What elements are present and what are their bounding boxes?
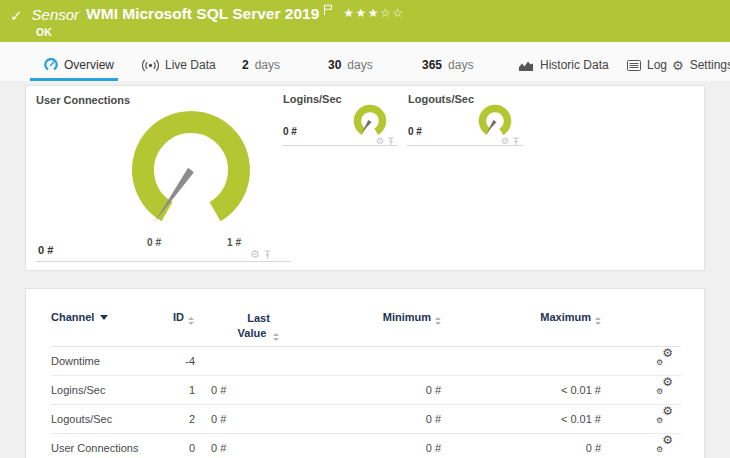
logouts-value: 0 # bbox=[408, 126, 422, 137]
pin-icon[interactable] bbox=[263, 250, 272, 260]
gauge-scale-max: 1 # bbox=[214, 237, 254, 248]
tab-365-days-label: days bbox=[448, 58, 473, 72]
gauge-title-logins: Logins/Sec bbox=[283, 93, 342, 105]
tab-live-data[interactable]: Live Data bbox=[142, 54, 216, 76]
tab-historic-data[interactable]: Historic Data bbox=[519, 54, 609, 76]
sort-icon bbox=[188, 317, 194, 325]
tab-log[interactable]: Log bbox=[627, 54, 667, 76]
sort-icon bbox=[595, 317, 601, 325]
divider bbox=[282, 145, 398, 146]
tab-30-days-number: 30 bbox=[328, 58, 341, 72]
gauge-actions: ⚙ bbox=[250, 249, 272, 260]
tab-365-days-number: 365 bbox=[422, 58, 442, 72]
gear-icon: ⚙ bbox=[672, 59, 684, 72]
channels-table: Channel ID Last Value Minimum Maximum Do… bbox=[26, 289, 706, 458]
area-chart-icon bbox=[519, 60, 534, 71]
column-header-id[interactable]: ID bbox=[156, 311, 211, 325]
log-list-icon bbox=[627, 60, 641, 71]
channel-id: -4 bbox=[156, 347, 211, 376]
channel-settings-icon[interactable]: ⚙⚙ bbox=[656, 408, 673, 423]
gauge-scale-min: 0 # bbox=[134, 237, 174, 248]
channel-last-value: 0 # bbox=[211, 434, 306, 458]
tab-2-days-number: 2 bbox=[242, 58, 249, 72]
tab-2-days[interactable]: 2 days bbox=[242, 54, 280, 76]
gauges-panel: User Connections 0 # 1 # 0 # ⚙ Logins/Se… bbox=[25, 85, 705, 271]
sensor-header-bar: ✓ Sensor WMI Microsoft SQL Server 2019 ★… bbox=[0, 0, 730, 42]
user-connections-value: 0 # bbox=[38, 244, 53, 256]
table-row-user-connections[interactable]: User Connections 0 0 # 0 # 0 # ⚙⚙ bbox=[51, 434, 681, 458]
channel-maximum: < 0.01 # bbox=[441, 405, 601, 434]
channel-minimum: 0 # bbox=[306, 434, 441, 458]
tab-overview[interactable]: Overview bbox=[44, 54, 114, 76]
user-connections-gauge[interactable] bbox=[121, 108, 261, 234]
tab-bar: Overview Live Data 2 days 30 days 365 da… bbox=[0, 42, 730, 81]
tab-2-days-label: days bbox=[255, 58, 280, 72]
channel-minimum: 0 # bbox=[306, 405, 441, 434]
tab-overview-label: Overview bbox=[64, 58, 114, 72]
channel-last-value: 0 # bbox=[211, 376, 306, 405]
column-header-maximum[interactable]: Maximum bbox=[441, 311, 601, 325]
tab-settings[interactable]: ⚙ Settings bbox=[672, 54, 730, 76]
channel-id: 1 bbox=[156, 376, 211, 405]
table-header-row: Channel ID Last Value Minimum Maximum bbox=[51, 289, 681, 347]
tab-live-data-label: Live Data bbox=[165, 58, 216, 72]
channel-id: 0 bbox=[156, 434, 211, 458]
channel-settings-icon[interactable]: ⚙⚙ bbox=[656, 379, 673, 394]
channel-last-value: 0 # bbox=[211, 405, 306, 434]
channel-settings-icon[interactable]: ⚙⚙ bbox=[656, 350, 673, 365]
column-header-last-value[interactable]: Last Value bbox=[211, 311, 306, 341]
channel-id: 2 bbox=[156, 405, 211, 434]
tab-30-days[interactable]: 30 days bbox=[328, 54, 373, 76]
sensor-type-label: Sensor bbox=[32, 6, 80, 23]
channel-name[interactable]: Logouts/Sec bbox=[51, 405, 156, 434]
channel-name[interactable]: User Connections bbox=[51, 434, 156, 458]
channel-settings-icon[interactable]: ⚙⚙ bbox=[656, 437, 673, 452]
channel-maximum: 0 # bbox=[441, 434, 601, 458]
tab-log-label: Log bbox=[647, 58, 667, 72]
tab-historic-data-label: Historic Data bbox=[540, 58, 609, 72]
active-tab-underline bbox=[30, 78, 118, 81]
tab-365-days[interactable]: 365 days bbox=[422, 54, 473, 76]
table-row-downtime[interactable]: Downtime -4 ⚙⚙ bbox=[51, 347, 681, 376]
gauge-icon bbox=[44, 58, 58, 72]
divider bbox=[407, 145, 523, 146]
channel-minimum: 0 # bbox=[306, 376, 441, 405]
tab-settings-label: Settings bbox=[690, 58, 730, 72]
table-row-logins[interactable]: Logins/Sec 1 0 # 0 # < 0.01 # ⚙⚙ bbox=[51, 376, 681, 405]
channel-maximum: < 0.01 # bbox=[441, 376, 601, 405]
priority-stars[interactable]: ★★★☆☆ bbox=[343, 6, 404, 20]
status-ok-check-icon: ✓ bbox=[10, 7, 23, 25]
divider bbox=[36, 261, 291, 262]
logins-value: 0 # bbox=[283, 126, 297, 137]
status-badge: OK bbox=[36, 26, 52, 38]
table-row-logouts[interactable]: Logouts/Sec 2 0 # 0 # < 0.01 # ⚙⚙ bbox=[51, 405, 681, 434]
sort-desc-icon bbox=[100, 315, 108, 320]
sensor-title: WMI Microsoft SQL Server 2019 bbox=[86, 5, 319, 23]
column-header-minimum[interactable]: Minimum bbox=[306, 311, 441, 325]
tab-30-days-label: days bbox=[347, 58, 372, 72]
sort-icon bbox=[273, 333, 279, 341]
channels-table-panel: Channel ID Last Value Minimum Maximum Do… bbox=[25, 288, 705, 458]
flag-icon[interactable] bbox=[323, 4, 334, 16]
gauge-gear-icon[interactable]: ⚙ bbox=[250, 249, 260, 260]
channel-name[interactable]: Downtime bbox=[51, 347, 156, 376]
gauge-title-logouts: Logouts/Sec bbox=[408, 93, 474, 105]
column-header-channel[interactable]: Channel bbox=[51, 311, 156, 323]
channel-name[interactable]: Logins/Sec bbox=[51, 376, 156, 405]
live-data-icon bbox=[142, 59, 159, 72]
gauge-title-user-connections: User Connections bbox=[36, 94, 130, 106]
